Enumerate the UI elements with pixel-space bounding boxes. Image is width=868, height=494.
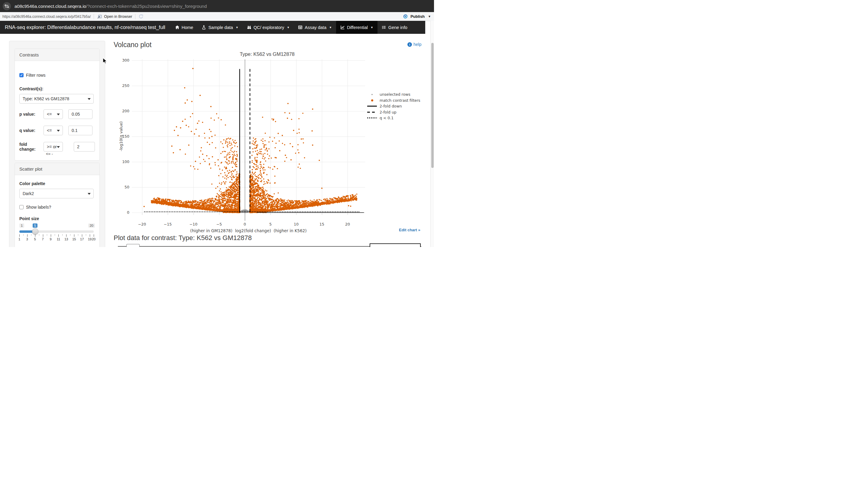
slider-tick-label: 9 [50, 238, 52, 241]
point-size-label: Point size [19, 216, 95, 221]
color-palette-value: Dark2 [23, 191, 34, 196]
x-tick-label: 10 [294, 222, 299, 226]
legend-item[interactable]: 2-fold down [367, 103, 420, 109]
refresh-icon[interactable] [139, 14, 144, 19]
slider-tick-label: 19 [88, 238, 92, 241]
legend-item[interactable]: 2-fold up [367, 109, 420, 115]
scrollbar-track[interactable] [430, 21, 434, 247]
x-tick-label: −10 [189, 222, 197, 226]
home-icon [175, 25, 180, 30]
legend-item[interactable]: match contrast filters [367, 97, 420, 103]
fold-change-value-input[interactable]: 2 [74, 142, 95, 152]
fold-change-operator-overflow: <= - [46, 152, 53, 156]
slider-ticks: 13579111315171920 [19, 234, 94, 242]
open-in-browser-button[interactable]: Open in Browser [97, 14, 132, 19]
legend-label: 2-fold down [380, 104, 402, 109]
open-in-browser-label: Open in Browser [104, 15, 132, 19]
nav-item-home[interactable]: Home [171, 21, 198, 34]
volcano-plot-canvas[interactable] [132, 59, 365, 215]
legend-label: match contrast filters [380, 98, 420, 103]
legend-item[interactable]: q < 0.1 [367, 115, 420, 121]
edit-chart-link[interactable]: Edit chart » [399, 228, 420, 232]
nav-item-qc-exploratory[interactable]: QC/ exploratory▼ [243, 21, 294, 34]
scrollbar-thumb[interactable] [431, 43, 434, 168]
legend-symbol [367, 112, 377, 113]
app-title: RNA-seq explorer: Differentialabundance … [5, 24, 165, 30]
legend-label: 2-fold up [380, 110, 397, 114]
point-size-slider[interactable]: 1 5 20 13579111315171920 [19, 224, 95, 243]
publish-icon [402, 14, 408, 19]
nav-items: HomeSample data▼QC/ exploratory▼Assay da… [171, 21, 412, 34]
filter-rows-checkbox-row[interactable]: ✓ Filter rows [19, 73, 95, 78]
legend-item[interactable]: unselected rows [367, 92, 420, 97]
browser-window: a08c9546a.connect.cloud.seqera.io/?conne… [0, 0, 434, 247]
fold-change-operator-select[interactable]: >= or [43, 142, 63, 152]
fold-change-label: fold change: [19, 142, 43, 152]
publish-caret-icon[interactable]: ▼ [428, 15, 431, 18]
publish-label: Publish [411, 14, 424, 19]
address-url[interactable]: a08c9546a.connect.cloud.seqera.io/?conne… [15, 4, 207, 9]
slider-handle[interactable] [32, 228, 38, 235]
show-labels-checkbox-row[interactable]: Show labels? [19, 205, 95, 210]
nav-item-label: Sample data [208, 25, 233, 30]
slider-tick [86, 234, 86, 235]
slider-tick [27, 234, 28, 237]
partial-button[interactable] [126, 244, 140, 247]
help-link[interactable]: i help [408, 42, 421, 47]
slider-tick [43, 234, 43, 237]
browser-url-bar: a08c9546a.connect.cloud.seqera.io/?conne… [0, 0, 434, 12]
color-palette-select[interactable]: Dark2 [19, 189, 94, 198]
slider-tick [62, 234, 62, 235]
slider-tick-label: 1 [18, 238, 20, 241]
nav-item-label: Gene info [388, 25, 408, 30]
slider-tick [39, 234, 39, 235]
nav-item-differential[interactable]: Differential▼ [336, 21, 378, 34]
contrasts-panel: Contrasts ✓ Filter rows Contrast(s): Typ… [15, 49, 100, 160]
chart-legend: unselected rowsmatch contrast filters2-f… [367, 92, 420, 121]
q-value-input[interactable]: 0.1 [68, 126, 92, 135]
y-tick-label: 150 [116, 134, 129, 138]
legend-label: unselected rows [380, 92, 411, 97]
legend-symbol [367, 106, 377, 107]
q-operator-select[interactable]: <= [43, 126, 63, 135]
p-value-input[interactable]: 0.05 [68, 109, 92, 119]
chart-line-icon [340, 25, 345, 30]
url-host: a08c9546a.connect.cloud.seqera.io [15, 4, 86, 9]
show-labels-checkbox[interactable] [19, 205, 23, 209]
slider-tick [55, 234, 55, 235]
color-palette-label: Color palette [19, 181, 95, 186]
q-operator-value: <= [47, 128, 52, 133]
legend-symbol [367, 117, 377, 118]
filter-rows-label: Filter rows [26, 73, 46, 78]
slider-tick [47, 234, 47, 235]
contrast-select-value: Type: K562 vs GM12878 [23, 96, 69, 101]
publish-button[interactable]: Publish ▼ [402, 14, 431, 19]
filter-rows-checkbox[interactable]: ✓ [19, 73, 23, 77]
chevron-down-icon: ▼ [287, 26, 290, 29]
p-operator-select[interactable]: <= [43, 109, 63, 119]
app-navbar: RNA-seq explorer: Differentialabundance … [0, 21, 425, 34]
nav-item-sample-data[interactable]: Sample data▼ [197, 21, 242, 34]
browser-profile-icon[interactable] [3, 2, 11, 10]
chevron-down-icon: ▼ [370, 26, 373, 29]
chevron-down-icon [57, 130, 60, 132]
slider-tick-label: 15 [72, 238, 76, 241]
nav-item-assay-data[interactable]: Assay data▼ [294, 21, 336, 34]
x-tick-label: −15 [164, 222, 172, 226]
contrast-select[interactable]: Type: K562 vs GM12878 [19, 94, 94, 103]
x-tick-label: 5 [269, 222, 272, 226]
legend-symbol [367, 94, 377, 95]
slider-tick [74, 234, 74, 237]
y-tick-label: 300 [116, 58, 129, 62]
sliders-icon [4, 4, 9, 8]
nav-item-gene-info[interactable]: Gene info [378, 21, 412, 34]
x-axis-label: (higher in GM12878) log2(fold change) (h… [190, 228, 306, 233]
chevron-down-icon [57, 114, 60, 115]
slider-tick [66, 234, 67, 237]
slider-value-badge: 5 [33, 224, 37, 228]
slider-tick [35, 234, 35, 237]
slider-tick-label: 17 [80, 238, 84, 241]
separator [135, 14, 135, 19]
nav-item-label: Home [182, 25, 194, 30]
fold-change-operator-value: >= or [47, 144, 57, 149]
